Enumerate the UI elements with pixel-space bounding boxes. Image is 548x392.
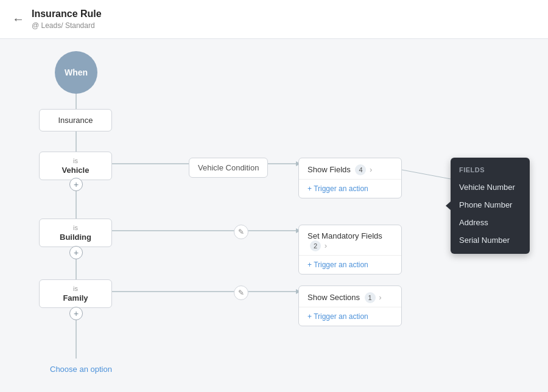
family-is-label: is — [73, 285, 78, 292]
dropdown-item-address[interactable]: Address — [451, 214, 530, 231]
show-sections-node: Show Sections 1 › + Trigger an action — [298, 285, 402, 326]
pencil-icon-2: ✎ — [238, 289, 244, 297]
back-button[interactable]: ← — [12, 12, 24, 26]
header-info: Insurance Rule @ Leads/ Standard — [32, 9, 102, 30]
show-sections-header: Show Sections 1 › — [299, 286, 401, 307]
dropdown-item-phone-number[interactable]: Phone Number — [451, 196, 530, 214]
vehicle-condition-filter[interactable]: Vehicle Condition — [189, 158, 268, 178]
family-value: Family — [63, 293, 88, 303]
show-fields-header: Show Fields 4 › — [299, 158, 401, 180]
edit-family-button[interactable]: ✎ — [234, 285, 248, 300]
show-sections-count: 1 — [365, 292, 376, 303]
fields-dropdown: Fields Vehicle Number Phone Number Addre… — [451, 158, 530, 254]
header: ← Insurance Rule @ Leads/ Standard — [0, 0, 548, 39]
add-building-button[interactable]: + — [69, 246, 83, 259]
page-title: Insurance Rule — [32, 9, 102, 19]
dropdown-item-vehicle-number[interactable]: Vehicle Number — [451, 178, 530, 196]
add-family-button[interactable]: + — [69, 307, 83, 320]
building-is-label: is — [73, 224, 78, 231]
edit-building-button[interactable]: ✎ — [234, 225, 248, 239]
canvas: When Insurance is Vehicle + is Building … — [0, 39, 548, 392]
add-vehicle-button[interactable]: + — [69, 178, 83, 191]
set-mandatory-header: Set Mandatory Fields 2 › — [299, 225, 401, 256]
building-value: Building — [60, 233, 91, 242]
svg-line-12 — [402, 170, 451, 179]
popup-arrow — [446, 201, 451, 210]
set-mandatory-node: Set Mandatory Fields 2 › + Trigger an ac… — [298, 225, 402, 275]
pencil-icon: ✎ — [238, 228, 244, 236]
dropdown-title: Fields — [451, 163, 530, 178]
dropdown-item-serial-number[interactable]: Serial Number — [451, 231, 530, 249]
vehicle-value: Vehicle — [62, 166, 90, 175]
choose-option-link[interactable]: Choose an option — [50, 365, 112, 374]
when-node: When — [55, 51, 97, 94]
vehicle-is-label: is — [73, 157, 78, 164]
show-fields-count: 4 — [355, 164, 366, 175]
vehicle-condition-node: is Vehicle — [39, 152, 112, 180]
set-mandatory-trigger[interactable]: + Trigger an action — [299, 256, 401, 274]
show-fields-node: Show Fields 4 › + Trigger an action — [298, 158, 402, 198]
page-subtitle: @ Leads/ Standard — [32, 21, 95, 30]
set-mandatory-count: 2 — [310, 240, 321, 251]
show-sections-trigger[interactable]: + Trigger an action — [299, 307, 401, 326]
building-condition-node: is Building — [39, 219, 112, 247]
family-condition-node: is Family — [39, 279, 112, 308]
show-fields-trigger[interactable]: + Trigger an action — [299, 180, 401, 198]
insurance-node: Insurance — [39, 109, 112, 131]
